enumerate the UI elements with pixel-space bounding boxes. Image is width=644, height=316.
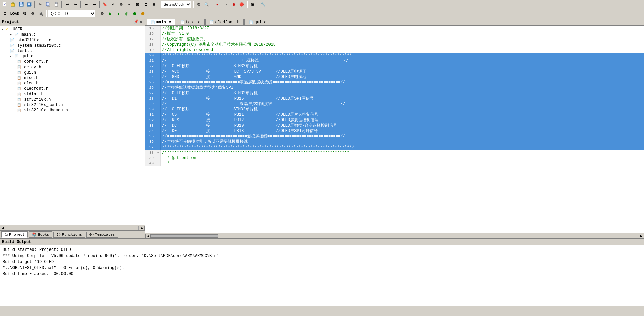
settings3-btn[interactable]: ⚙ [29,10,36,17]
undo-btn[interactable]: ↩ [63,1,71,8]
green4-btn[interactable]: ⬟ [139,10,147,17]
load-btn[interactable]: LOAD [9,10,20,17]
tree-item-gui-c[interactable]: 📄 gui.c [1,54,144,59]
code-line-40[interactable]: 40 * [145,161,644,166]
run-btn[interactable]: ● [214,1,221,8]
tree-item-stm32-dbg-h[interactable]: 📋 stm32f10x_dbgmcu.h [1,108,144,113]
line-fold-38[interactable]: − [156,150,161,155]
green1-btn[interactable]: ● [115,10,122,17]
copy-btn[interactable] [45,1,52,8]
align3-btn[interactable]: ≣ [142,1,149,8]
tree-item-oledfont-h[interactable]: 📋 oledfont.h [1,86,144,91]
code-line-29[interactable]: 29//==============================液晶屏控制线… [145,101,644,107]
code-line-32[interactable]: 32// RES 接 PB12 //OLED屏复位控制信号 [145,117,644,123]
code-line-20[interactable]: 20−/************************************… [145,53,644,58]
new-file-btn[interactable] [1,1,9,8]
code-tab-test-c[interactable]: 📄 test.c [176,19,205,25]
code-tab-oledfont-h[interactable]: 📄 oledfont.h [205,19,244,25]
code-line-25[interactable]: 25//==============================液晶屏数据线… [145,80,644,85]
debug2-btn[interactable]: ⚙ [99,10,106,17]
back-btn[interactable]: ⬅ [82,1,90,8]
tab-project[interactable]: 🗂 Project [1,231,28,238]
paste-btn[interactable] [53,1,60,8]
align2-btn[interactable]: ⊟ [134,1,141,8]
debug-btn2[interactable]: 🔍 [203,1,210,8]
tab-functions[interactable]: {} Functions [53,232,85,238]
code-line-39[interactable]: 39 * @attention [145,155,644,161]
open-file-btn[interactable] [9,1,17,8]
redo-btn[interactable]: ↪ [72,1,79,8]
target-dropdown[interactable]: SetsysClock [161,1,191,8]
code-line-15[interactable]: 15//创建日期：2018/8/27 [145,26,644,31]
stop-btn[interactable]: ○ [222,1,229,8]
save-btn[interactable] [18,1,25,8]
code-line-18[interactable]: 18//Copyright(C) 深圳市全动电子技术有限公司 2018-2028 [145,42,644,47]
view-btn[interactable]: ▣ [249,1,256,8]
tree-item-stm32-it[interactable]: 📄 stm32f10x_it.c [1,37,144,43]
peripherals-btn[interactable]: 🔌 [37,10,45,17]
code-line-35[interactable]: 35//=================================触摸屏… [145,134,644,139]
line-fold-20[interactable]: − [156,53,161,58]
debug-btn1[interactable]: ⛃ [195,1,202,8]
tree-item-core-cm3[interactable]: 📋 core_cm3.h [1,59,144,64]
code-line-19[interactable]: 19//All rights reserved [145,47,644,53]
tree-item-system-stm32[interactable]: 📄 system_stm32f10x.c [1,43,144,48]
code-line-36[interactable]: 36//本模块不带触摸功能，所以不需要触摸屏接线 [145,139,644,144]
inspect-btn[interactable]: 🔖 [101,1,109,8]
tree-item-stm32-conf-h[interactable]: 📋 stm32f10x_conf.h [1,102,144,108]
code-line-33[interactable]: 33// DC 接 PB10 //OLED屏数据/命令选择控制信号 [145,123,644,128]
code-line-17[interactable]: 17//版权所有，盗版必究。 [145,36,644,42]
tree-item-delay-h[interactable]: 📋 delay.h [1,64,144,70]
code-tab-main-c[interactable]: 📄 main.c [147,19,175,25]
align4-btn[interactable]: ⊞ [150,1,157,8]
code-line-27[interactable]: 27// OLED模块 STM32单片机 [145,90,644,96]
code-line-31[interactable]: 31// CS 接 PB11 //OLED屏片选控制信号 [145,112,644,117]
code-tab-gui-c[interactable]: 📄 gui.c [244,19,271,25]
tab-templates[interactable]: 0→ Templates [86,232,118,238]
hscroll-left-btn[interactable]: ◀ [0,226,5,230]
code-line-21[interactable]: 21//===============================电源接线=… [145,58,644,63]
panel-close-icon[interactable]: ✕ [140,19,143,25]
tree-item-main-c[interactable]: 📄 main.c [1,32,144,37]
settings-btn[interactable]: ⚙ [118,1,125,8]
save-all-btn[interactable] [26,1,33,8]
code-line-26[interactable]: 26//本模块默认数据总线类型为4线制SPI [145,85,644,90]
tree-item-oled-h[interactable]: 📋 oled.h [1,81,144,86]
pin-icon[interactable]: 📌 [134,19,139,25]
code-line-24[interactable]: 24// GND 接 GND //OLED屏电源地 [145,74,644,80]
forward-btn[interactable]: ➡ [91,1,98,8]
target-settings-btn[interactable]: ⚙ [1,10,9,17]
code-line-16[interactable]: 16//版本：V1.0 [145,31,644,36]
cut-btn[interactable]: ✂ [36,1,44,8]
code-line-38[interactable]: 38−/************************************… [145,150,644,155]
tree-item-gui-h[interactable]: 📋 gui.h [1,70,144,75]
reset-btn[interactable]: ⊕ [230,1,237,8]
tree-item-user-root[interactable]: 🗂 USER [1,27,144,32]
code-line-22[interactable]: 22// OLED模块 STM32单片机 [145,63,644,69]
tree-item-test-c[interactable]: 📄 test.c [1,48,144,54]
code-hscroll-left[interactable]: ◀ [145,234,151,238]
align-btn[interactable]: ≡ [126,1,133,8]
project-hscroll[interactable]: ◀ ▶ [0,225,145,230]
code-content[interactable]: 15//创建日期：2018/8/2716//版本：V1.017//版权所有，盗版… [145,26,644,233]
tree-item-stdint-h[interactable]: 📋 stdint.h [1,91,144,97]
build-output-content[interactable]: Build started: Project: OLED*** Using Co… [0,245,644,306]
code-line-30[interactable]: 30// OLED模块 STM32单片机 [145,107,644,112]
compile-btn[interactable]: ▶ [107,10,114,17]
settings2-btn[interactable]: 🔧 [260,1,267,8]
tab-books[interactable]: 📚 Books [29,231,52,238]
code-hscroll-thumb[interactable] [151,234,218,238]
code-line-34[interactable]: 34// D0 接 PB13 //OLED屏SPI时钟信号 [145,128,644,134]
code-line-23[interactable]: 23// VCC 接 DC 5V/3.3V //OLED屏电源正 [145,69,644,74]
check-btn[interactable]: ✔ [109,1,117,8]
hscroll-right-btn[interactable]: ▶ [139,226,145,230]
code-hscroll-right[interactable]: ▶ [639,234,644,238]
green2-btn[interactable]: ◎ [123,10,130,17]
code-hscroll[interactable]: ◀ ▶ [145,233,644,238]
tree-item-misc-h[interactable]: 📋 misc.h [1,75,144,81]
power-btn[interactable]: 🔴 [238,1,246,8]
tree-item-stm32-h[interactable]: 📋 stm32f10x.h [1,97,144,102]
code-line-37[interactable]: 37**************************************… [145,144,644,150]
code-line-28[interactable]: 28// D1 接 PB15 //OLED屏SPI写信号 [145,96,644,101]
build-target-dropdown[interactable]: QD-OLED [48,10,95,17]
